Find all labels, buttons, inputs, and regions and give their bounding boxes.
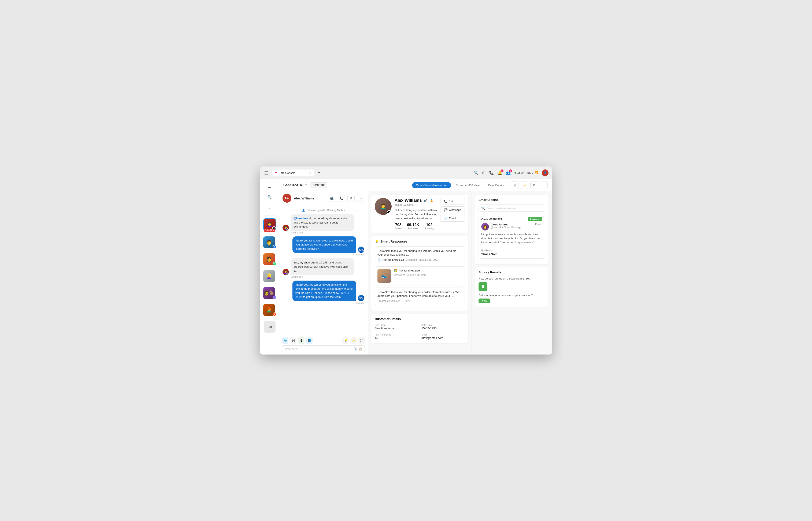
- response-item-1[interactable]: Hello Alex, thank you for sharing this w…: [375, 246, 465, 264]
- assist-case-card: Case #3784921 Resolved 👩 Jione Andrea @j…: [478, 214, 545, 258]
- refresh-icon[interactable]: ↺: [530, 181, 538, 189]
- stat-followers: 69.12K Followers: [407, 223, 419, 230]
- chat-contact-avatar: AW: [282, 194, 292, 203]
- channel-tab-twitter[interactable]: 🐦: [282, 337, 289, 344]
- magic-icon[interactable]: ✨: [520, 181, 528, 189]
- maximize-icon[interactable]: ⛶: [358, 337, 365, 344]
- survey-q1: How do you rate us on a scale from 1 -10…: [478, 277, 545, 280]
- outgoing-avatar-1: SM ✓: [358, 247, 364, 253]
- more-chat-icon[interactable]: ···: [357, 195, 364, 202]
- chat-input[interactable]: [285, 347, 352, 350]
- response-meta-3: Created on January 18, 2021: [378, 300, 462, 302]
- tab-close-icon[interactable]: ×: [309, 171, 311, 175]
- sidebar-chevron-icon[interactable]: ›: [265, 204, 274, 213]
- response-item-2[interactable]: 👟 🖼️ Ask for Shoe size Created on Januar…: [375, 266, 465, 286]
- agent-avatar-4: 👱‍♀️: [263, 270, 275, 282]
- msg-bubble-out: Thank you for reaching out to LuxeGlow. …: [293, 236, 356, 253]
- response-thumb: 👟: [378, 269, 391, 283]
- user-avatar[interactable]: 👤: [542, 169, 549, 176]
- agent-card-4[interactable]: 👱‍♀️: [263, 270, 276, 283]
- system-message: 👤 Case Assigned to Shivang Mathur: [282, 209, 364, 212]
- msg-time-3: 2 mins ago: [292, 275, 303, 278]
- smart-assist-title: Smart Assist: [478, 198, 545, 202]
- agent-card-2[interactable]: 👨 f: [263, 236, 276, 249]
- top-bar: Case #23141 ▾ 00:05:32 Omni-Channel Inte…: [279, 179, 552, 191]
- bell-badge: 8: [500, 169, 504, 173]
- video-call-icon[interactable]: 📹: [328, 195, 335, 202]
- message-row: SM ✓ Thank you for reaching out to LuxeG…: [282, 236, 364, 253]
- profile-stats: 708 Tweets 69.12K Followers 102 Followin…: [394, 223, 437, 230]
- profile-card: 👨‍🦱 𝕏 Alex Williams ✔️ 🏅 @alex_williams …: [371, 195, 468, 233]
- attachment-icon[interactable]: 📎: [354, 347, 357, 350]
- lightbulb-icon[interactable]: 💡: [342, 337, 349, 344]
- message-group-2: SM ✓ Thank you for reaching out to LuxeG…: [282, 236, 364, 256]
- more-agents-button[interactable]: +20: [264, 321, 276, 333]
- tab-customer-360[interactable]: Customer 360 View: [452, 182, 484, 188]
- sparkle-icon[interactable]: ✨: [350, 337, 357, 344]
- chat-actions: 📹 📞 ↺ ···: [328, 195, 364, 202]
- sidebar-search-icon[interactable]: 🔍: [265, 193, 274, 202]
- channel-tabs: 🐦 💬 📱 📘 💡 ✨ ⛶: [282, 337, 365, 344]
- search-icon[interactable]: 🔍: [474, 171, 478, 175]
- browser-logo: [263, 170, 270, 176]
- response-meta-1: 📄 Ask for Shoe Size Created on January 1…: [378, 258, 462, 262]
- profile-bio: Out here living my best life with my dog…: [394, 208, 437, 221]
- browser-controls: 🔍 ⊞ 📞 🔔 8 👥 8 15:34 PBK 3 📶 👤: [474, 169, 549, 176]
- more-options-icon[interactable]: ···: [540, 181, 548, 189]
- notification-bell[interactable]: 🔔 8: [497, 171, 502, 175]
- people-badge: 8: [509, 169, 512, 173]
- template-icon[interactable]: 📋: [359, 347, 362, 350]
- phone-icon[interactable]: 📞: [489, 171, 494, 175]
- tab-case-details[interactable]: Case Details: [484, 182, 508, 188]
- message-row: 👩‍🦱 𝕏 Yes, my shoe size is 10 (US) and s…: [282, 258, 364, 275]
- call-button[interactable]: 📞 Call: [440, 198, 465, 205]
- left-sidebar: ☰ 🔍 › 👩‍🦱 𝕏 10m 32s 👨 f 👩: [260, 179, 279, 355]
- voice-call-icon[interactable]: 📞: [338, 195, 345, 202]
- tab-omni-channel[interactable]: Omni-Channel Interaction: [412, 182, 451, 188]
- channel-tab-facebook[interactable]: 📘: [306, 337, 313, 344]
- response-meta-2: 🖼️ Ask for Shoe size: [393, 269, 462, 272]
- agent-card-6[interactable]: 👨‍🦰 R: [263, 304, 276, 317]
- agent-card-3[interactable]: 👩 W: [263, 253, 276, 266]
- expand-icon[interactable]: ⊞: [511, 181, 518, 189]
- refresh-chat-icon[interactable]: ↺: [347, 195, 355, 202]
- channel-tab-chat[interactable]: 💬: [290, 337, 297, 344]
- stat-tweets: 708 Tweets: [394, 223, 402, 230]
- chat-input-row: 📎 📋: [282, 345, 365, 353]
- msg-time-4: 2 mins ago: [353, 302, 364, 304]
- survey-score: 9: [478, 282, 487, 291]
- search-input[interactable]: [487, 207, 542, 210]
- bulb-icon: 💡: [375, 240, 379, 243]
- right-panel: Smart Assist 🔍 Case #3784921 Resolved: [472, 191, 552, 355]
- message-group-1: 👩‍🦱 𝕏 @luxeglow Hi, I ordered my shoes r…: [282, 214, 364, 234]
- tab-title: Care Console: [278, 171, 307, 175]
- detail-city: City/Town San Francisco: [375, 324, 418, 330]
- people-icon[interactable]: 👥 8: [506, 171, 511, 175]
- channel-tab-whatsapp[interactable]: 📱: [298, 337, 304, 344]
- case-dropdown-icon[interactable]: ▾: [305, 184, 306, 186]
- agent-card-active[interactable]: 👩‍🦱 𝕏 10m 32s: [263, 218, 276, 231]
- incoming-avatar-2: 👩‍🦱 𝕏: [282, 269, 289, 275]
- stat-following: 102 Following: [424, 223, 434, 230]
- detail-email: Email alex@email.com: [422, 333, 465, 340]
- message-group-3: 👩‍🦱 𝕏 Yes, my shoe size is 10 (US) and s…: [282, 258, 364, 278]
- influencer-badge: 🏅: [429, 198, 434, 202]
- new-tab-button[interactable]: +: [318, 170, 320, 175]
- browser-tab[interactable]: ♥ Care Console ×: [272, 169, 314, 176]
- platform-badge-rd: R: [273, 313, 276, 316]
- incoming-avatar-1: 👩‍🦱 𝕏: [282, 225, 289, 231]
- whatsapp-button[interactable]: 💬 Whatsapp: [440, 206, 465, 213]
- profile-actions: 📞 Call 💬 Whatsapp ✉️ Email: [440, 198, 465, 222]
- agent-card-5[interactable]: 👩‍🦫 V: [263, 287, 276, 300]
- detail-purchases: Past Purchases 16: [375, 333, 418, 340]
- nav-tabs: Omni-Channel Interaction Customer 360 Vi…: [412, 182, 508, 188]
- msg-bubble: @luxeglow Hi, I ordered my shoes recentl…: [291, 214, 355, 231]
- email-button[interactable]: ✉️ Email: [440, 215, 465, 222]
- hamburger-icon[interactable]: ☰: [265, 182, 274, 191]
- message-group-4: SM ✓ Thank you, we will send you details…: [282, 280, 364, 304]
- assist-agent-info: Jione Andrea @joan23 • Direct Message: [491, 223, 533, 229]
- response-item-3[interactable]: Hello Alex, thank you for sharing your o…: [375, 288, 465, 305]
- grid-icon[interactable]: ⊞: [482, 171, 485, 175]
- platform-badge-wa: W: [273, 262, 276, 266]
- chat-contact-name: Alex Williams: [294, 197, 315, 200]
